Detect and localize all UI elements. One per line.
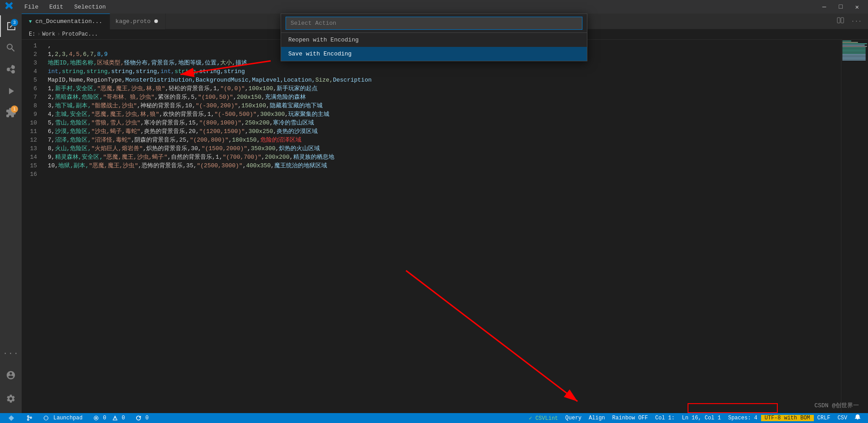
code-line-6: 6 1,新手村,安全区,"恶魔,魔王,沙虫,林,狼",轻松的背景音乐,1,"(0…	[22, 84, 841, 93]
editor-area: ▼ cn_Documentation... kage.proto ··· E: …	[22, 14, 868, 413]
code-line-4: 4 int,string,string,string,string,int,st…	[22, 67, 841, 76]
tab-dirty-indicator	[154, 19, 158, 23]
command-palette-input[interactable]	[286, 17, 582, 30]
status-rainbow[interactable]: Rainbow OFF	[609, 415, 651, 421]
activity-accounts[interactable]	[0, 364, 22, 386]
close-button[interactable]: ✕	[851, 2, 863, 12]
svg-rect-0	[837, 18, 840, 23]
status-query[interactable]: Query	[562, 415, 585, 421]
explorer-badge: 3	[11, 19, 18, 26]
code-line-15: 15 10,地狱,副本,"恶魔,魔王,沙虫",恐怖的背景音乐,35,"(2500…	[22, 161, 841, 170]
status-warnings-count: 0	[122, 415, 125, 421]
code-line-10: 10 5,雪山,危险区,"雪狼,雪人,沙虫",寒冷的背景音乐,15,"(800,…	[22, 119, 841, 127]
split-editor-button[interactable]	[834, 16, 847, 27]
svg-point-5	[44, 416, 48, 420]
activity-more[interactable]: ···	[0, 343, 22, 364]
svg-point-3	[28, 419, 29, 421]
minimize-button[interactable]: —	[818, 2, 831, 12]
status-sync-count: 0	[145, 415, 148, 421]
activity-settings[interactable]	[0, 388, 22, 409]
code-line-11: 11 6,沙漠,危险区,"沙虫,蝎子,毒蛇",炎热的背景音乐,20,"(1200…	[22, 127, 841, 136]
tab-secondary-label: kage.proto	[115, 18, 151, 25]
code-line-5: 5 MapID,Name,RegionType,MonsterDistribut…	[22, 76, 841, 84]
maximize-button[interactable]: □	[834, 2, 847, 12]
activity-bar: 3 1 ···	[0, 14, 22, 413]
command-palette[interactable]: Reopen with Encoding Save with Encoding	[281, 14, 587, 61]
breadcrumb-protopac: ProtoPac...	[62, 31, 98, 37]
activity-extensions[interactable]: 1	[0, 102, 22, 124]
activity-run[interactable]	[0, 80, 22, 102]
menu-selection[interactable]: Selection	[70, 3, 109, 11]
status-errors-count: 0	[103, 415, 106, 421]
status-notifications[interactable]	[851, 414, 864, 422]
window-controls: — □ ✕	[818, 2, 863, 12]
code-editor[interactable]: 1 , 2 1,2,3,4,5,6,7,8,9 3 地图ID,地图名称,区域类型…	[22, 40, 841, 413]
menu-file[interactable]: File	[21, 3, 42, 11]
title-bar: File Edit Selection — □ ✕	[0, 0, 868, 14]
minimap[interactable]	[841, 40, 868, 413]
main-layout: 3 1 ···	[0, 14, 868, 413]
extensions-badge: 1	[11, 106, 18, 113]
status-errors[interactable]: 0 0	[90, 415, 129, 421]
breadcrumb-work: Work	[42, 31, 55, 37]
tab-bar-left: ▼ cn_Documentation... kage.proto	[22, 14, 166, 29]
command-option-save[interactable]: Save with Encoding	[281, 47, 587, 61]
status-bar-left: Launchpad 0 0 0	[4, 415, 152, 421]
menu-edit[interactable]: Edit	[46, 3, 67, 11]
code-line-13: 13 8,火山,危险区,"火焰巨人,熔岩兽",炽热的背景音乐,30,"(1500…	[22, 144, 841, 153]
breadcrumb-e: E:	[29, 31, 35, 37]
tab-label: cn_Documentation...	[36, 18, 102, 25]
status-align[interactable]: Align	[585, 415, 609, 421]
status-bar-right: ✓ CSVLint Query Align Rainbow OFF Col 1:…	[525, 414, 864, 422]
command-input-wrapper	[281, 14, 587, 33]
more-actions-button[interactable]: ···	[849, 17, 864, 26]
tab-active[interactable]: ▼ cn_Documentation...	[22, 14, 110, 29]
minimap-content	[841, 40, 868, 62]
activity-explorer[interactable]: 3	[0, 15, 22, 37]
code-line-7: 7 2,黑暗森林,危险区,"哥布林、狼,沙虫",紧张的音乐,5,"(100,50…	[22, 93, 841, 101]
status-position[interactable]: Ln 16, Col 1	[679, 415, 725, 421]
command-option-reopen[interactable]: Reopen with Encoding	[281, 33, 587, 47]
status-col[interactable]: Col 1:	[651, 415, 678, 421]
status-sync[interactable]: 0	[132, 415, 152, 421]
menu-bar: File Edit Selection	[21, 3, 110, 11]
svg-rect-1	[841, 18, 844, 23]
title-bar-left: File Edit Selection	[5, 1, 110, 13]
code-line-12: 12 7,沼泽,危险区,"沼泽怪,毒蛇",阴森的背景音乐,25,"(200,80…	[22, 136, 841, 144]
status-git[interactable]	[23, 415, 36, 421]
code-line-8: 8 3,地下城,副本,"骷髅战士,沙虫",神秘的背景音乐,10,"(-300,2…	[22, 101, 841, 110]
status-remote[interactable]	[4, 415, 19, 421]
activity-source-control[interactable]	[0, 59, 22, 80]
status-launchpad-label: Launchpad	[53, 415, 83, 421]
status-spaces[interactable]: Spaces: 4	[725, 415, 761, 421]
code-line-9: 9 4,主城,安全区,"恶魔,魔王,沙虫,林,狼",欢快的背景音乐,1,"(-5…	[22, 110, 841, 119]
code-line-14: 14 9,精灵森林,安全区,"恶魔,魔王,沙虫,蝎子",自然的背景音乐,1,"(…	[22, 153, 841, 161]
svg-point-2	[28, 416, 29, 418]
status-bar: Launchpad 0 0 0 ✓ CSVLint Query Align Ra…	[0, 413, 868, 423]
status-encoding[interactable]: UTF-8 with BOM	[761, 415, 814, 421]
status-line-ending[interactable]: CRLF	[814, 415, 834, 421]
tab-bar-right: ···	[834, 16, 868, 27]
activity-bottom	[0, 364, 22, 413]
code-line-16: 16	[22, 170, 841, 179]
activity-search[interactable]	[0, 37, 22, 59]
status-csvlint[interactable]: ✓ CSVLint	[525, 415, 562, 422]
vscode-icon	[5, 1, 14, 13]
status-language[interactable]: CSV	[834, 415, 851, 421]
tab-secondary[interactable]: kage.proto	[110, 14, 166, 29]
status-launchpad[interactable]: Launchpad	[40, 415, 86, 421]
